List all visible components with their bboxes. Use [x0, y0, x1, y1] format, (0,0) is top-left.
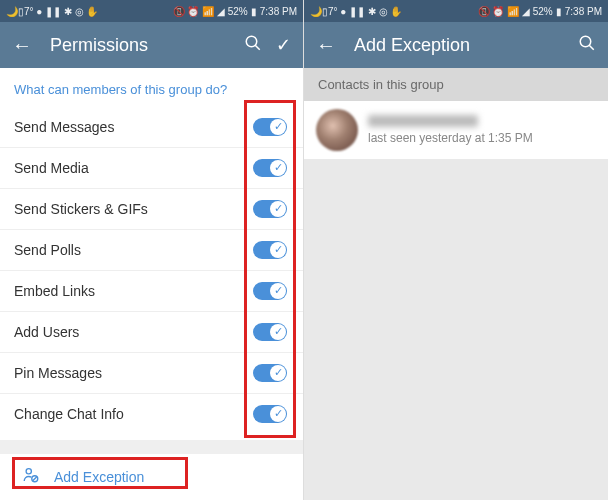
header: ← Permissions ✓: [0, 22, 303, 68]
section-subtitle: What can members of this group do?: [0, 68, 303, 107]
status-left-icons: 🌙▯7° ● ❚❚ ✱ ◎ ✋: [6, 6, 99, 17]
svg-line-6: [589, 45, 594, 50]
status-time: 7:38 PM: [565, 6, 602, 17]
svg-line-4: [33, 477, 37, 481]
status-signal: 📵 ⏰ 📶 ◢ 52%: [478, 6, 553, 17]
group-header: Contacts in this group: [304, 68, 608, 101]
contact-status: last seen yesterday at 1:35 PM: [368, 131, 533, 145]
perm-row-send-stickers: Send Stickers & GIFs ✓: [0, 189, 303, 230]
perm-row-add-users: Add Users ✓: [0, 312, 303, 353]
toggle-add-users[interactable]: ✓: [253, 323, 287, 341]
add-exception-row[interactable]: Add Exception: [0, 454, 303, 500]
perm-row-send-polls: Send Polls ✓: [0, 230, 303, 271]
battery-icon: ▮: [251, 6, 257, 17]
perm-label: Send Media: [14, 160, 89, 176]
phone-add-exception: 🌙▯7° ● ❚❚ ✱ ◎ ✋ 📵 ⏰ 📶 ◢ 52% ▮ 7:38 PM ← …: [304, 0, 608, 500]
back-icon[interactable]: ←: [316, 34, 336, 57]
svg-line-1: [255, 45, 260, 50]
perm-label: Send Messages: [14, 119, 114, 135]
confirm-icon[interactable]: ✓: [276, 34, 291, 56]
svg-point-5: [580, 36, 591, 47]
add-exception-label: Add Exception: [54, 469, 144, 485]
search-icon[interactable]: [578, 34, 596, 57]
perm-label: Change Chat Info: [14, 406, 124, 422]
status-signal: 📵 ⏰ 📶 ◢ 52%: [173, 6, 248, 17]
perm-row-embed-links: Embed Links ✓: [0, 271, 303, 312]
page-title: Add Exception: [354, 35, 564, 56]
toggle-change-chat-info[interactable]: ✓: [253, 405, 287, 423]
avatar: [316, 109, 358, 151]
svg-point-2: [26, 469, 31, 474]
page-title: Permissions: [50, 35, 230, 56]
perm-label: Send Polls: [14, 242, 81, 258]
perm-row-send-messages: Send Messages ✓: [0, 107, 303, 148]
toggle-send-stickers[interactable]: ✓: [253, 200, 287, 218]
add-exception-icon: [22, 466, 40, 488]
toggle-send-media[interactable]: ✓: [253, 159, 287, 177]
contact-name-redacted: [368, 115, 478, 127]
search-icon[interactable]: [244, 34, 262, 57]
perm-label: Add Users: [14, 324, 79, 340]
perm-label: Embed Links: [14, 283, 95, 299]
battery-icon: ▮: [556, 6, 562, 17]
toggle-send-polls[interactable]: ✓: [253, 241, 287, 259]
perm-label: Send Stickers & GIFs: [14, 201, 148, 217]
toggle-pin-messages[interactable]: ✓: [253, 364, 287, 382]
statusbar: 🌙▯7° ● ❚❚ ✱ ◎ ✋ 📵 ⏰ 📶 ◢ 52% ▮ 7:38 PM: [0, 0, 303, 22]
perm-row-change-chat-info: Change Chat Info ✓: [0, 394, 303, 434]
svg-point-0: [246, 36, 257, 47]
statusbar: 🌙▯7° ● ❚❚ ✱ ◎ ✋ 📵 ⏰ 📶 ◢ 52% ▮ 7:38 PM: [304, 0, 608, 22]
perm-row-send-media: Send Media ✓: [0, 148, 303, 189]
toggle-embed-links[interactable]: ✓: [253, 282, 287, 300]
status-time: 7:38 PM: [260, 6, 297, 17]
contact-row[interactable]: last seen yesterday at 1:35 PM: [304, 101, 608, 159]
perm-label: Pin Messages: [14, 365, 102, 381]
section-spacer: [0, 440, 303, 454]
back-icon[interactable]: ←: [12, 34, 32, 57]
header: ← Add Exception: [304, 22, 608, 68]
perm-row-pin-messages: Pin Messages ✓: [0, 353, 303, 394]
status-left-icons: 🌙▯7° ● ❚❚ ✱ ◎ ✋: [310, 6, 403, 17]
toggle-send-messages[interactable]: ✓: [253, 118, 287, 136]
phone-permissions: 🌙▯7° ● ❚❚ ✱ ◎ ✋ 📵 ⏰ 📶 ◢ 52% ▮ 7:38 PM ← …: [0, 0, 304, 500]
